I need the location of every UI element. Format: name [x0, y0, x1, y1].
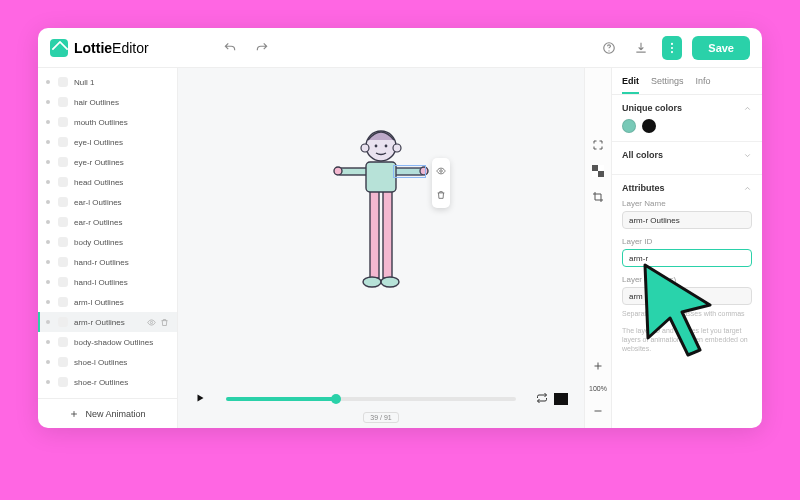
- selection-toolbar: [432, 158, 450, 208]
- layer-row[interactable]: body-shadow Outlines: [38, 332, 177, 352]
- transparency-tool[interactable]: [591, 164, 605, 178]
- svg-point-4: [671, 51, 673, 53]
- svg-rect-14: [366, 162, 396, 192]
- canvas-toolbar: 100%: [584, 68, 612, 428]
- save-button[interactable]: Save: [692, 36, 750, 60]
- layer-row[interactable]: hand-l Outlines: [38, 272, 177, 292]
- svg-point-12: [334, 167, 342, 175]
- svg-rect-6: [370, 188, 379, 278]
- new-animation-button[interactable]: New Animation: [38, 398, 177, 428]
- layer-label: Null 1: [74, 78, 94, 87]
- minus-icon: [592, 405, 604, 417]
- layer-thumbnail: [58, 337, 68, 347]
- play-button[interactable]: [194, 390, 206, 408]
- tab-settings[interactable]: Settings: [651, 76, 684, 94]
- layer-thumbnail: [58, 377, 68, 387]
- undo-icon: [223, 41, 237, 55]
- layer-bullet-icon: [46, 180, 50, 184]
- layer-bullet-icon: [46, 300, 50, 304]
- fit-tool[interactable]: [591, 138, 605, 152]
- layer-row[interactable]: eye-l Outlines: [38, 132, 177, 152]
- app-window: LottieEditor Save Null 1hair Outlinesmou…: [38, 28, 762, 428]
- color-swatch[interactable]: [642, 119, 656, 133]
- more-menu-button[interactable]: [662, 36, 682, 60]
- crop-tool[interactable]: [591, 190, 605, 204]
- layer-label: arm-r Outlines: [74, 318, 125, 327]
- zoom-out-button[interactable]: [591, 404, 605, 418]
- svg-point-18: [375, 145, 378, 148]
- delete-button[interactable]: [436, 186, 446, 204]
- background-toggle[interactable]: [554, 393, 568, 405]
- undo-button[interactable]: [219, 37, 241, 59]
- svg-rect-22: [592, 165, 598, 171]
- stage[interactable]: [178, 68, 584, 384]
- section-attributes: Attributes Layer Name Layer ID Layer cla…: [612, 175, 762, 361]
- tab-edit[interactable]: Edit: [622, 76, 639, 94]
- layer-thumbnail: [58, 277, 68, 287]
- visibility-toggle[interactable]: [436, 162, 446, 180]
- section-all-colors: All colors: [612, 142, 762, 175]
- layer-row[interactable]: shoe-l Outlines: [38, 352, 177, 372]
- help-button[interactable]: [598, 37, 620, 59]
- color-swatch[interactable]: [622, 119, 636, 133]
- plus-icon: [69, 409, 79, 419]
- layer-row[interactable]: head Outlines: [38, 172, 177, 192]
- chevron-up-icon[interactable]: [743, 184, 752, 193]
- section-unique-colors: Unique colors: [612, 95, 762, 142]
- redo-button[interactable]: [251, 37, 273, 59]
- layer-row[interactable]: shoe-r Outlines: [38, 372, 177, 392]
- inspector-tabs: Edit Settings Info: [612, 68, 762, 95]
- trash-icon: [436, 190, 446, 200]
- layer-row[interactable]: arm-r Outlines: [38, 312, 177, 332]
- layer-thumbnail: [58, 97, 68, 107]
- redo-icon: [255, 41, 269, 55]
- loop-button[interactable]: [536, 390, 548, 408]
- brand: LottieEditor: [50, 39, 149, 57]
- eye-icon[interactable]: [147, 318, 156, 327]
- download-icon: [634, 41, 648, 55]
- layer-label: ear-l Outlines: [74, 198, 122, 207]
- layer-thumbnail: [58, 137, 68, 147]
- chevron-up-icon[interactable]: [743, 104, 752, 113]
- timeline-track[interactable]: [226, 397, 516, 401]
- attributes-title: Attributes: [622, 183, 665, 193]
- timeline-thumb[interactable]: [331, 394, 341, 404]
- zoom-in-button[interactable]: [591, 359, 605, 373]
- layer-row[interactable]: body Outlines: [38, 232, 177, 252]
- layer-bullet-icon: [46, 260, 50, 264]
- chevron-down-icon[interactable]: [743, 151, 752, 160]
- frame-counter[interactable]: 39 / 91: [363, 412, 398, 423]
- crop-icon: [592, 191, 604, 203]
- history-controls: [219, 37, 273, 59]
- layer-row[interactable]: hair Outlines: [38, 92, 177, 112]
- svg-rect-7: [383, 188, 392, 278]
- layer-label: body Outlines: [74, 238, 123, 247]
- layer-classes-input[interactable]: [622, 287, 752, 305]
- selection-box[interactable]: [393, 165, 426, 178]
- layer-row[interactable]: arm-l Outlines: [38, 292, 177, 312]
- layer-label: body-shadow Outlines: [74, 338, 153, 347]
- layer-row[interactable]: mouth Outlines: [38, 112, 177, 132]
- layer-row[interactable]: ear-r Outlines: [38, 212, 177, 232]
- layer-row[interactable]: eye-r Outlines: [38, 152, 177, 172]
- layer-row[interactable]: hand-r Outlines: [38, 252, 177, 272]
- layer-id-input[interactable]: [622, 249, 752, 267]
- download-button[interactable]: [630, 37, 652, 59]
- tab-info[interactable]: Info: [696, 76, 711, 94]
- trash-icon[interactable]: [160, 318, 169, 327]
- eye-icon: [436, 166, 446, 176]
- topbar: LottieEditor Save: [38, 28, 762, 68]
- svg-point-17: [393, 144, 401, 152]
- layer-name-label: Layer Name: [622, 199, 752, 208]
- svg-rect-23: [598, 171, 604, 177]
- svg-point-5: [150, 321, 152, 323]
- layer-row[interactable]: Null 1: [38, 72, 177, 92]
- brand-text: LottieEditor: [74, 40, 149, 56]
- svg-point-19: [385, 145, 388, 148]
- svg-point-3: [671, 46, 673, 48]
- layer-thumbnail: [58, 257, 68, 267]
- layer-row[interactable]: ear-l Outlines: [38, 192, 177, 212]
- layer-thumbnail: [58, 317, 68, 327]
- layer-name-input[interactable]: [622, 211, 752, 229]
- layers-list[interactable]: Null 1hair Outlinesmouth Outlineseye-l O…: [38, 68, 177, 398]
